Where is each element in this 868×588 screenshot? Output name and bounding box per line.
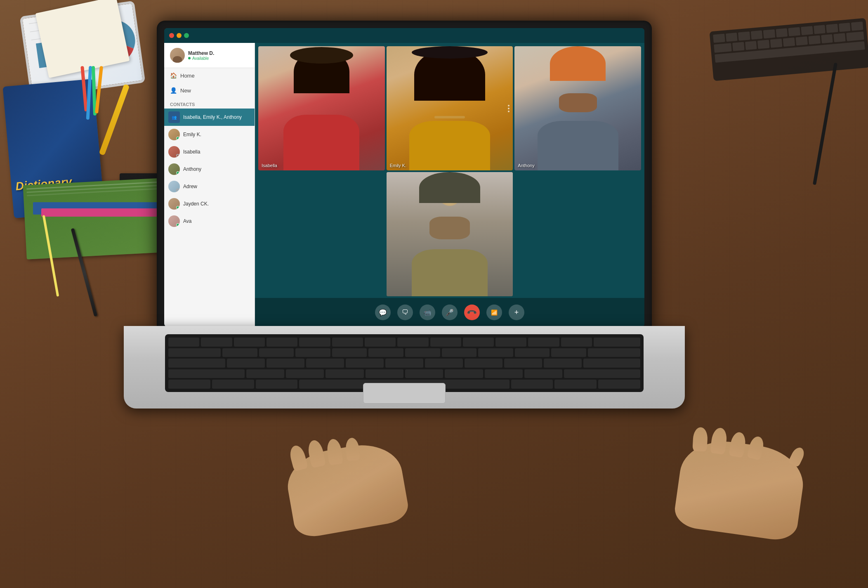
key[interactable] — [259, 348, 294, 357]
key[interactable] — [385, 359, 423, 368]
contact-avatar-ava — [168, 215, 180, 227]
more-options-button[interactable] — [508, 105, 509, 112]
key[interactable] — [326, 369, 363, 378]
key[interactable] — [442, 348, 477, 357]
key[interactable] — [528, 338, 559, 347]
key[interactable] — [332, 338, 363, 347]
key[interactable] — [594, 338, 640, 347]
status-dot-anthony — [176, 171, 179, 175]
contact-item-adrew[interactable]: Adrew — [164, 178, 255, 195]
mic-toggle-button[interactable]: 🎤 — [442, 305, 458, 320]
key[interactable] — [295, 348, 330, 357]
chat-button[interactable]: 💬 — [375, 305, 391, 320]
key[interactable] — [299, 338, 330, 347]
key[interactable] — [465, 359, 502, 368]
contact-item-jayden[interactable]: Jayden CK. — [164, 195, 255, 213]
keyboard-row-1 — [168, 338, 640, 347]
message-icon: 🗨 — [402, 309, 408, 316]
laptop: Matthew D. Available 🏠 Home 👤 — [157, 21, 726, 392]
key[interactable] — [212, 380, 254, 389]
keyboard-row-4 — [168, 369, 640, 378]
key[interactable] — [365, 338, 396, 347]
key[interactable] — [425, 359, 463, 368]
key[interactable] — [256, 380, 298, 389]
key[interactable] — [551, 348, 586, 357]
video-label-isabella: Isabella — [262, 163, 277, 168]
key[interactable] — [286, 369, 324, 378]
key[interactable] — [405, 348, 440, 357]
contact-avatar-isabella — [168, 146, 180, 158]
contact-name-ava: Ava — [183, 218, 191, 224]
status-dot-jayden — [176, 206, 179, 209]
hangup-button[interactable]: 📞 — [464, 305, 480, 320]
key[interactable] — [168, 338, 199, 347]
trackpad[interactable] — [363, 383, 446, 404]
video-tile-isabella: Isabella — [258, 46, 385, 170]
user-info: Matthew D. Available — [188, 50, 214, 61]
key[interactable] — [445, 369, 483, 378]
key[interactable] — [554, 380, 597, 389]
key[interactable] — [544, 359, 582, 368]
key[interactable] — [234, 338, 265, 347]
key[interactable] — [246, 369, 284, 378]
key-shift-right[interactable] — [564, 369, 640, 378]
key[interactable] — [478, 348, 513, 357]
key[interactable] — [168, 348, 221, 357]
video-toggle-button[interactable]: 📹 — [420, 305, 435, 320]
key[interactable] — [588, 348, 640, 357]
contact-item-emily-k[interactable]: Emily K. — [164, 126, 255, 143]
key[interactable] — [267, 338, 297, 347]
key[interactable] — [504, 359, 542, 368]
close-window-button[interactable] — [169, 33, 174, 38]
status-dot-isabella — [176, 154, 179, 157]
key[interactable] — [222, 348, 257, 357]
key[interactable] — [463, 338, 494, 347]
contact-avatar-jayden — [168, 198, 180, 210]
key-enter[interactable] — [583, 359, 640, 368]
hair-isabella — [294, 50, 349, 93]
user-status: Available — [188, 56, 214, 61]
message-button[interactable]: 🗨 — [397, 305, 413, 320]
minimize-window-button[interactable] — [177, 33, 182, 38]
key[interactable] — [495, 338, 526, 347]
dot2 — [508, 108, 509, 109]
key[interactable] — [227, 359, 265, 368]
status-dot-emily — [176, 137, 179, 140]
signal-button[interactable]: 📶 — [486, 305, 502, 320]
key[interactable] — [332, 348, 367, 357]
add-participant-button[interactable]: + — [509, 305, 524, 320]
camera-icon: 📹 — [423, 309, 432, 316]
key[interactable] — [346, 359, 384, 368]
sidebar-item-home[interactable]: 🏠 Home — [164, 68, 255, 83]
key[interactable] — [306, 359, 344, 368]
key[interactable] — [168, 380, 210, 389]
active-group-contact[interactable]: 👥 Isabella, Emily K., Anthony — [164, 109, 255, 126]
maximize-window-button[interactable] — [184, 33, 189, 38]
sidebar-item-new[interactable]: 👤 New — [164, 83, 255, 98]
key[interactable] — [485, 369, 523, 378]
add-icon: + — [514, 308, 519, 317]
key[interactable] — [511, 380, 553, 389]
contact-item-anthony[interactable]: Anthony — [164, 161, 255, 178]
key[interactable] — [397, 338, 428, 347]
key[interactable] — [524, 369, 562, 378]
status-dot-ava — [176, 223, 179, 227]
dot1 — [508, 105, 509, 106]
key[interactable] — [561, 338, 592, 347]
contact-name-anthony: Anthony — [183, 166, 201, 172]
shirt-anthony — [538, 121, 618, 170]
key[interactable] — [368, 348, 403, 357]
key[interactable] — [515, 348, 550, 357]
key[interactable] — [201, 338, 232, 347]
key[interactable] — [267, 359, 304, 368]
signal-icon: 📶 — [491, 309, 498, 316]
key[interactable] — [598, 380, 640, 389]
contact-item-ava[interactable]: Ava — [164, 213, 255, 230]
key[interactable] — [366, 369, 403, 378]
key[interactable] — [405, 369, 443, 378]
contact-item-isabella[interactable]: Isabella — [164, 143, 255, 161]
key[interactable] — [430, 338, 461, 347]
key[interactable] — [168, 359, 225, 368]
colored-pencils — [83, 66, 101, 120]
key-shift-left[interactable] — [168, 369, 245, 378]
